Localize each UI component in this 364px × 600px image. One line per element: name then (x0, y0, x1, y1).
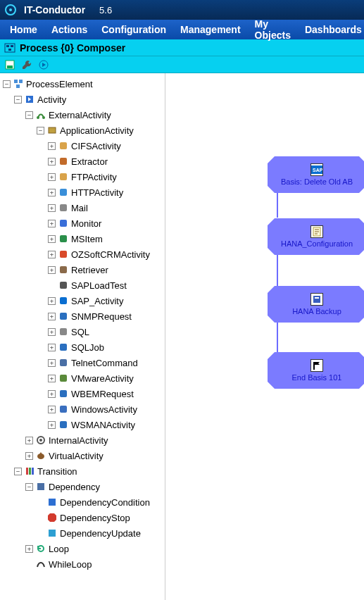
tree-item-monitor[interactable]: +Monitor (46, 215, 163, 231)
tree-label[interactable]: VMwareActivity (71, 373, 134, 384)
tree-whileloop[interactable]: WhileLoop (24, 556, 163, 572)
tree-applicationactivity[interactable]: − ApplicationActivity (35, 123, 163, 138)
expand-icon[interactable]: + (48, 158, 56, 165)
run-icon[interactable] (38, 59, 49, 70)
tree-item-vmwareactivity[interactable]: +VMwareActivity (46, 370, 163, 386)
expand-icon[interactable]: + (25, 452, 33, 460)
tree-label[interactable]: Retriever (71, 265, 108, 275)
tree-label[interactable]: InternalActivity (49, 435, 108, 446)
tree-label[interactable]: DependencyUpdate (60, 528, 141, 539)
tree-item-sqljob[interactable]: +SQLJob (46, 339, 163, 355)
tree-label[interactable]: SAPLoadTest (71, 280, 127, 291)
tree-item-msitem[interactable]: +MSItem (46, 231, 163, 246)
tree-internalactivity[interactable]: + InternalActivity (24, 432, 163, 448)
tree-label[interactable]: ApplicationActivity (60, 125, 134, 136)
expand-icon[interactable]: + (48, 313, 56, 320)
tree-label[interactable]: Mail (71, 203, 88, 213)
tree-item-dependencystop[interactable]: DependencyStop (35, 510, 163, 525)
expand-icon[interactable]: + (48, 235, 56, 243)
tree-item-telnetcommand[interactable]: +TelnetCommand (46, 355, 163, 370)
expand-icon[interactable]: + (48, 421, 56, 429)
tree-item-wsmanactivity[interactable]: +WSMANActivity (46, 417, 163, 432)
tree-label[interactable]: MSItem (71, 234, 103, 244)
tree-processelement[interactable]: − ProcessElement (1, 76, 163, 92)
tree-label[interactable]: WhileLoop (49, 559, 92, 570)
tree-item-snmprequest[interactable]: +SNMPRequest (46, 308, 163, 324)
tree-label[interactable]: FTPActivity (71, 172, 117, 182)
tree-item-dependencycondition[interactable]: DependencyCondition (35, 494, 163, 510)
expand-icon[interactable]: + (48, 328, 56, 336)
tree-item-ftpactivity[interactable]: +FTPActivity (46, 169, 163, 185)
expand-icon[interactable]: + (48, 189, 56, 196)
tree-label[interactable]: SAP_Activity (71, 296, 123, 306)
collapse-icon[interactable]: − (25, 111, 33, 119)
expand-icon[interactable]: + (25, 437, 33, 444)
tree-label[interactable]: WBEMRequest (71, 389, 134, 399)
collapse-icon[interactable]: − (14, 96, 22, 104)
collapse-icon[interactable]: − (37, 127, 44, 135)
expand-icon[interactable]: + (48, 406, 56, 413)
tree-label[interactable]: WSMANActivity (71, 420, 135, 430)
tree-item-mail[interactable]: +Mail (46, 200, 163, 215)
expand-icon[interactable]: + (48, 204, 56, 212)
flow-node-delete-old[interactable]: SAP Basis: Delete Old AB (268, 156, 364, 193)
tree-item-sap_activity[interactable]: +SAP_Activity (46, 293, 163, 308)
menu-dashboards[interactable]: Dashboards (298, 21, 364, 38)
tree-label[interactable]: Loop (49, 544, 69, 554)
tree-dependency[interactable]: − Dependency (24, 479, 163, 494)
menu-home[interactable]: Home (3, 21, 44, 38)
tree-label[interactable]: DependencyStop (60, 513, 130, 523)
tree-label[interactable]: ExternalActivity (49, 110, 111, 120)
tree-label[interactable]: WindowsActivity (71, 404, 137, 415)
collapse-icon[interactable]: − (3, 80, 11, 88)
tree-label[interactable]: Monitor (71, 218, 101, 229)
tree-label[interactable]: Dependency (49, 482, 100, 492)
tree-label[interactable]: CIFSActivity (71, 141, 121, 151)
flow-node-hana-config[interactable]: HANA_Configuration (268, 218, 364, 255)
tree-label[interactable]: SQL (71, 327, 89, 337)
expand-icon[interactable]: + (48, 359, 56, 367)
wrench-icon[interactable] (21, 59, 32, 70)
expand-icon[interactable]: + (48, 266, 56, 274)
save-icon[interactable] (4, 59, 15, 70)
expand-icon[interactable]: + (48, 142, 56, 150)
tree-label[interactable]: HTTPActivity (71, 187, 123, 198)
tree-item-saploadtest[interactable]: SAPLoadTest (46, 277, 163, 293)
tree-transition[interactable]: − Transition (13, 463, 163, 479)
collapse-icon[interactable]: − (14, 468, 22, 475)
expand-icon[interactable]: + (48, 390, 56, 398)
tree-item-ozsoftcrmactivity[interactable]: +OZSoftCRMActivity (46, 246, 163, 262)
flow-node-end[interactable]: End Basis 101 (268, 352, 364, 389)
tree-label[interactable]: Activity (37, 94, 66, 105)
tree-label[interactable]: VirtualActivity (49, 451, 103, 461)
tree-label[interactable]: Transition (37, 466, 77, 477)
tree-panel[interactable]: − ProcessElement − Activity (0, 73, 165, 600)
tree-item-dependencyupdate[interactable]: DependencyUpdate (35, 525, 163, 541)
expand-icon[interactable]: + (48, 344, 56, 351)
expand-icon[interactable]: + (48, 251, 56, 258)
expand-icon[interactable]: + (48, 173, 56, 181)
tree-label[interactable]: TelnetCommand (71, 358, 138, 368)
tree-item-sql[interactable]: +SQL (46, 324, 163, 339)
menu-management[interactable]: Management (173, 21, 248, 38)
expand-icon[interactable]: + (48, 297, 56, 305)
tree-item-retriever[interactable]: +Retriever (46, 262, 163, 277)
tree-item-cifsactivity[interactable]: +CIFSActivity (46, 138, 163, 154)
tree-label[interactable]: ProcessElement (26, 79, 93, 89)
tree-item-extractor[interactable]: +Extractor (46, 154, 163, 169)
tree-virtualactivity[interactable]: + VirtualActivity (24, 448, 163, 463)
tree-item-httpactivity[interactable]: +HTTPActivity (46, 185, 163, 200)
tree-label[interactable]: SNMPRequest (71, 311, 132, 322)
expand-icon[interactable]: + (48, 220, 56, 227)
flow-node-hana-backup[interactable]: HANA Backup (268, 286, 364, 323)
menu-myobjects[interactable]: My Objects (248, 15, 298, 44)
flow-canvas[interactable]: SAP Basis: Delete Old AB HANA_Configurat… (165, 73, 364, 600)
tree-item-windowsactivity[interactable]: +WindowsActivity (46, 401, 163, 417)
tree-label[interactable]: OZSoftCRMActivity (71, 249, 150, 260)
expand-icon[interactable]: + (48, 375, 56, 382)
tree-label[interactable]: SQLJob (71, 342, 104, 353)
collapse-icon[interactable]: − (25, 483, 33, 491)
expand-icon[interactable]: + (25, 545, 33, 553)
tree-item-wbemrequest[interactable]: +WBEMRequest (46, 386, 163, 401)
tree-label[interactable]: DependencyCondition (60, 497, 150, 508)
